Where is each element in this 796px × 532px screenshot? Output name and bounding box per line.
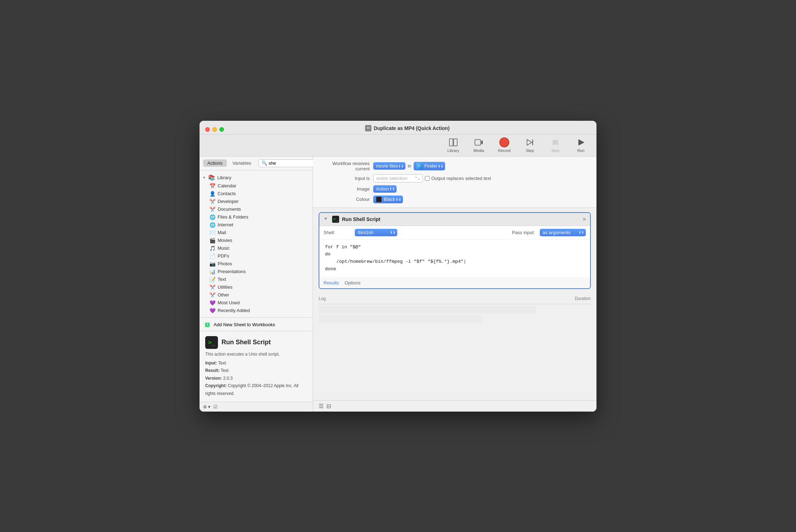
library-label: Library (447, 148, 459, 153)
info-panel-meta: Input: Text Result: Text Version: 2.0.3 … (205, 360, 307, 398)
maximize-button[interactable] (219, 127, 224, 132)
code-editor[interactable]: for f in "$@" do /opt/homebrew/bin/ffmpe… (319, 239, 590, 277)
log-area: Log Duration (313, 293, 596, 400)
info-header: >_ Run Shell Script (205, 336, 307, 349)
action-block: >_ Run Shell Script ✕ Shell: /bin/zsh ⬆⬇… (319, 212, 591, 289)
sidebar-item-utilities[interactable]: ✂️ Utilities (200, 283, 313, 291)
toolbar-stop[interactable]: Stop (547, 137, 564, 153)
log-row-1 (319, 306, 536, 313)
output-replaces-input[interactable] (425, 176, 430, 181)
stop-icon (550, 137, 560, 147)
workflow-receives-label: Workflow receives current (320, 161, 370, 171)
sidebar-item-other[interactable]: ✂️ Other (200, 291, 313, 299)
code-line-1: for f in "$@" (325, 244, 584, 251)
main-window: ✏ Duplicate as MP4 (Quick Action) Librar… (200, 121, 596, 412)
media-label: Media (473, 148, 484, 153)
step-icon (525, 137, 535, 147)
input-is-value: entire selection (376, 176, 407, 181)
checkbox-button[interactable]: ☑ (213, 404, 218, 409)
list-view-button[interactable]: ☰ (319, 403, 324, 409)
sidebar-item-pdfs[interactable]: 📄 PDFs (200, 252, 313, 260)
output-replaces-checkbox[interactable]: Output replaces selected text (425, 176, 491, 181)
tab-variables[interactable]: Variables (228, 159, 256, 167)
action-collapse-button[interactable] (324, 216, 329, 222)
log-rows (319, 304, 591, 326)
colour-dropdown[interactable]: Black ⬆⬇ (373, 196, 403, 203)
input-dropdown-arrow-icon: ⌃⌄ (415, 176, 420, 180)
workflow-receives-dropdown[interactable]: movie files ⬆⬇ (373, 162, 405, 170)
colour-value: Black (384, 197, 395, 202)
copyright-label: Copyright: (205, 383, 227, 388)
shell-dropdown[interactable]: /bin/zsh ⬆⬇ (355, 229, 397, 236)
config-row-colour: Colour Black ⬆⬇ (320, 196, 589, 203)
columns-view-button[interactable]: ⊟ (326, 403, 331, 409)
svg-rect-3 (481, 141, 483, 144)
media-icon (474, 137, 484, 147)
info-panel: >_ Run Shell Script This action executes… (200, 331, 313, 402)
sidebar-item-presentations[interactable]: 📊 Presentations (200, 268, 313, 276)
svg-rect-2 (475, 140, 481, 145)
sidebar-item-photos[interactable]: 📷 Photos (200, 260, 313, 268)
toolbar-library[interactable]: Library (445, 137, 462, 153)
minimize-button[interactable] (212, 127, 217, 132)
toolbar-media[interactable]: Media (470, 137, 487, 153)
options-tab[interactable]: Options (344, 279, 360, 286)
toolbar-step[interactable]: Step (521, 137, 538, 153)
main-content: Actions Variables 🔍 ✕ ▼ 📚 Library 📅 Cale… (200, 157, 596, 412)
result-value: Text (221, 368, 229, 373)
sidebar-tree: ▼ 📚 Library 📅 Calendar 👤 Contacts ✂️ Dev… (200, 170, 313, 318)
sidebar-item-text[interactable]: 📝 Text (200, 276, 313, 283)
code-line-2: do (325, 251, 584, 258)
tabs-bar: Actions Variables 🔍 ✕ (200, 157, 313, 170)
image-control: Action ⬆⬇ (373, 185, 397, 193)
result-add-sheet[interactable]: X Add New Sheet to Workbooks (200, 319, 313, 330)
output-replaces-label: Output replaces selected text (431, 176, 491, 181)
image-dropdown[interactable]: Action ⬆⬇ (373, 185, 397, 193)
tab-actions[interactable]: Actions (203, 159, 227, 167)
config-row-workflow: Workflow receives current movie files ⬆⬇… (320, 161, 589, 171)
chevron-down-icon: ▼ (202, 176, 206, 180)
run-icon (576, 137, 586, 147)
sidebar-item-music[interactable]: 🎵 Music (200, 244, 313, 252)
stop-label: Stop (551, 148, 560, 153)
results-tab[interactable]: Results (324, 279, 339, 286)
sidebar-label-music: Music (218, 245, 230, 251)
sidebar-label-most-used: Most Used (218, 300, 240, 305)
pass-input-label: Pass input: (512, 230, 535, 235)
action-close-button[interactable]: ✕ (582, 216, 587, 222)
sidebar-item-internet[interactable]: 🌐 Internet (200, 221, 313, 229)
shell-value: /bin/zsh (358, 230, 374, 235)
sidebar-item-calendar[interactable]: 📅 Calendar (200, 182, 313, 190)
toolbar: Library Media Record (200, 135, 596, 157)
sidebar-item-developer[interactable]: ✂️ Developer (200, 198, 313, 205)
right-bottom-bar: ☰ ⊟ (313, 400, 596, 412)
log-column-header: Log (319, 296, 548, 301)
input-is-control: entire selection ⌃⌄ Output replaces sele… (373, 174, 491, 182)
sidebar-label-documents: Documents (218, 206, 241, 212)
action-header-title: Run Shell Script (342, 216, 380, 222)
pass-input-dropdown[interactable]: as arguments ⬆⬇ (540, 229, 586, 236)
sidebar-item-contacts[interactable]: 👤 Contacts (200, 190, 313, 198)
toolbar-record[interactable]: Record (496, 137, 513, 153)
input-is-dropdown[interactable]: entire selection ⌃⌄ (373, 174, 423, 182)
info-panel-title: Run Shell Script (222, 339, 271, 346)
sidebar-item-mail[interactable]: ✉️ Mail (200, 229, 313, 237)
finder-dropdown-arrow-icon: ⬆⬇ (438, 164, 443, 168)
sidebar-item-documents[interactable]: ✂️ Documents (200, 205, 313, 213)
sidebar-item-recently-added[interactable]: 💜 Recently Added (200, 307, 313, 315)
title-icon: ✏ (365, 125, 371, 131)
sidebar-item-movies[interactable]: 🎬 Movies (200, 237, 313, 244)
step-label: Step (526, 148, 534, 153)
traffic-lights (205, 127, 224, 132)
toolbar-run[interactable]: Run (572, 137, 589, 153)
add-action-button[interactable]: ⊕ ▾ (203, 404, 211, 409)
svg-marker-7 (578, 139, 584, 146)
sidebar-item-most-used[interactable]: 💜 Most Used (200, 299, 313, 307)
sidebar-item-files-folders[interactable]: 🌐 Files & Folders (200, 213, 313, 221)
action-footer: Results Options (319, 277, 590, 288)
sidebar-library[interactable]: ▼ 📚 Library (200, 173, 313, 182)
finder-dropdown[interactable]: F Finder ⬆⬇ (414, 162, 445, 170)
close-button[interactable] (205, 127, 210, 132)
version-label: Version: (205, 376, 222, 381)
log-row-2 (319, 315, 482, 323)
